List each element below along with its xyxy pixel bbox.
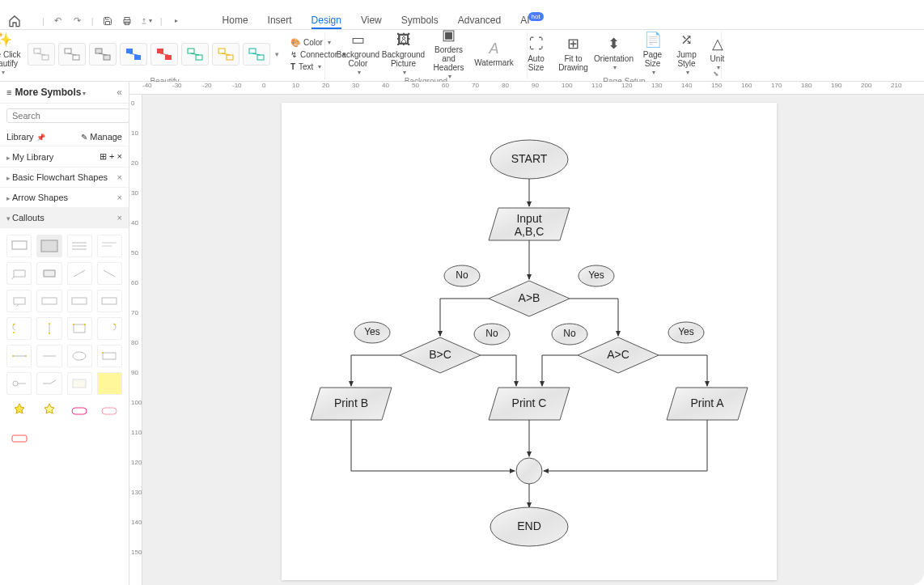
callout-shape[interactable] (6, 427, 32, 450)
more-symbols-title[interactable]: ≡More Symbols (6, 87, 86, 98)
connector[interactable] (351, 355, 400, 386)
theme-thumb-1[interactable] (28, 43, 55, 66)
close-icon[interactable]: × (117, 213, 122, 223)
tab-symbols[interactable]: Symbols (401, 13, 439, 29)
tab-view[interactable]: View (361, 13, 382, 29)
theme-thumb-3[interactable] (89, 43, 117, 66)
callout-shape[interactable] (36, 290, 61, 312)
redo-icon[interactable]: ↷ (72, 15, 83, 27)
callout-shape[interactable] (36, 317, 61, 340)
connector[interactable] (544, 420, 707, 471)
tab-design[interactable]: Design (312, 13, 341, 29)
callout-shape[interactable] (6, 317, 32, 340)
connector[interactable] (542, 355, 578, 386)
svg-point-41 (13, 332, 15, 333)
theme-thumb-4[interactable] (120, 43, 147, 66)
connector[interactable] (351, 420, 515, 471)
tab-advanced[interactable]: Advanced (458, 13, 501, 29)
search-input[interactable] (6, 108, 129, 123)
svg-line-14 (129, 53, 138, 55)
auto-size-button[interactable]: ⛶Auto Size (519, 32, 553, 77)
home-icon[interactable] (6, 13, 23, 29)
lib-my-library[interactable]: My Library ⊞ + × (0, 146, 129, 167)
callout-shape[interactable] (97, 235, 122, 257)
orientation-button[interactable]: ⬍Orientation (594, 32, 634, 77)
theme-thumb-2[interactable] (58, 43, 86, 66)
collapse-icon[interactable]: « (117, 87, 122, 98)
close-icon[interactable]: × (117, 193, 122, 202)
export-icon[interactable] (141, 15, 152, 27)
page-size-button[interactable]: 📄Page Size (638, 32, 668, 77)
callout-shape[interactable] (67, 345, 92, 367)
callout-shape[interactable] (36, 235, 61, 257)
manage-link[interactable]: ✎ Manage (81, 132, 122, 142)
close-icon[interactable]: × (117, 151, 122, 161)
callout-shape[interactable] (97, 317, 122, 340)
theme-more-icon[interactable]: ▾ (273, 50, 281, 58)
connector[interactable] (481, 355, 516, 386)
svg-point-46 (73, 324, 74, 325)
save-icon[interactable] (102, 15, 113, 27)
one-click-beautify-button[interactable]: ✨ One Click Beautify ▾ (0, 32, 24, 77)
callout-shape[interactable] (97, 290, 122, 312)
ruler-tick: 0 (131, 100, 134, 107)
text-label: Text (299, 62, 313, 71)
callout-shape[interactable] (67, 290, 92, 312)
callout-shape[interactable] (6, 345, 32, 367)
pagesetup-expand-icon[interactable]: ⬊ (713, 70, 719, 78)
theme-thumb-8[interactable] (243, 43, 270, 66)
callout-shape[interactable] (97, 345, 122, 367)
bg-color-button[interactable]: ▭Background Color (337, 32, 379, 77)
tab-ai[interactable]: AIhot (520, 13, 543, 29)
callout-shape[interactable] (6, 400, 32, 422)
ruler-tick: 90 (131, 369, 138, 376)
callout-shape[interactable] (36, 400, 61, 422)
svg-rect-4 (42, 55, 49, 60)
callout-shape[interactable] (36, 372, 61, 395)
horizontal-ruler: -40-30-20-100102030405060708090100110120… (129, 82, 924, 95)
undo-icon[interactable]: ↶ (53, 15, 64, 27)
canvas-stage[interactable]: START Input A,B,C A>B (142, 95, 924, 585)
callout-shape[interactable] (36, 262, 61, 285)
borders-headers-button[interactable]: ▣Borders and Headers (428, 32, 470, 77)
callout-shape[interactable] (6, 372, 32, 395)
watermark-button[interactable]: AWatermark (473, 32, 515, 77)
add-icon[interactable]: ⊞ (100, 151, 107, 161)
callout-shape[interactable] (67, 372, 92, 395)
print-icon[interactable] (121, 15, 133, 27)
callout-shape[interactable] (97, 400, 122, 422)
close-icon[interactable]: × (117, 172, 122, 182)
plus-icon[interactable]: + (109, 151, 114, 161)
callout-shape[interactable] (67, 400, 92, 422)
fit-drawing-button[interactable]: ⊞Fit to Drawing (557, 32, 591, 77)
tab-home[interactable]: Home (223, 13, 248, 29)
svg-point-50 (12, 355, 14, 357)
tab-insert[interactable]: Insert (268, 13, 292, 29)
lib-callouts[interactable]: Callouts × (0, 208, 129, 228)
callout-shape[interactable] (6, 235, 32, 257)
ruler-tick: 100 (131, 399, 142, 406)
callout-shape[interactable] (97, 372, 122, 395)
drawing-page[interactable]: START Input A,B,C A>B (282, 103, 777, 580)
theme-thumb-7[interactable] (212, 43, 239, 66)
library-label[interactable]: Library 📌 (6, 132, 45, 142)
callout-shape[interactable] (6, 290, 32, 312)
callout-shape[interactable] (67, 235, 92, 257)
ribbon-group-pagesetup: ⛶Auto Size ⊞Fit to Drawing ⬍Orientation … (528, 32, 722, 79)
callout-shape[interactable] (97, 262, 122, 285)
connector[interactable] (659, 355, 707, 386)
callout-shape[interactable] (6, 262, 32, 285)
qat-more-icon[interactable]: ▸ (171, 15, 182, 27)
lib-basic-flowchart[interactable]: Basic Flowchart Shapes × (0, 167, 129, 188)
tabs-row: | ↶ ↷ | | ▸ Home Insert Design View Symb… (0, 12, 924, 30)
theme-thumb-5[interactable] (150, 43, 178, 66)
bg-picture-button[interactable]: 🖼Background Picture (383, 32, 425, 77)
callout-shape[interactable] (67, 262, 92, 285)
merge-node[interactable] (516, 458, 542, 484)
theme-thumb-6[interactable] (181, 43, 209, 66)
jump-style-button[interactable]: ⤮Jump Style (672, 32, 702, 77)
lib-arrow-shapes[interactable]: Arrow Shapes × (0, 188, 129, 208)
qat-group: | ↶ ↷ | | ▸ (42, 15, 182, 27)
callout-shape[interactable] (36, 345, 61, 367)
callout-shape[interactable] (67, 317, 92, 340)
